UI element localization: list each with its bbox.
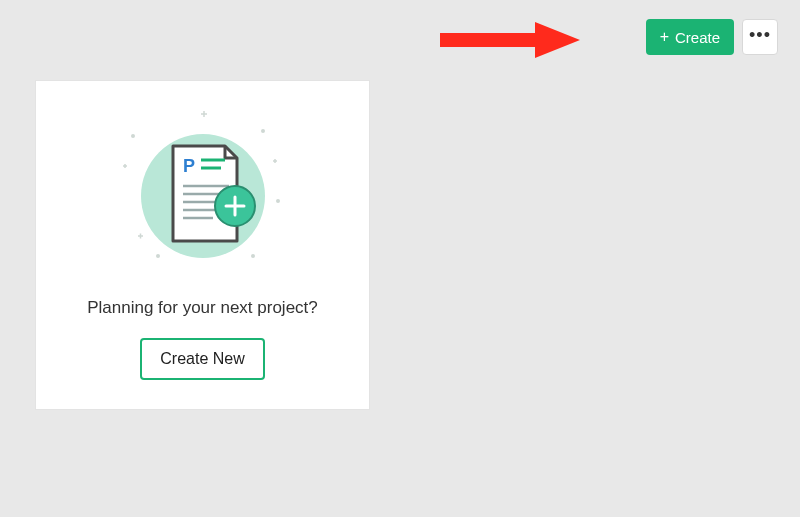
svg-point-7 xyxy=(251,254,255,258)
annotation-arrow-icon xyxy=(440,22,580,58)
svg-marker-1 xyxy=(535,22,580,58)
svg-rect-0 xyxy=(440,33,540,47)
empty-state-card: P Planning for your next project? Create… xyxy=(35,80,370,410)
plus-badge-icon xyxy=(215,186,255,226)
more-icon: ••• xyxy=(749,26,771,44)
create-button[interactable]: + Create xyxy=(646,19,734,55)
document-illustration: P xyxy=(113,106,293,276)
svg-point-2 xyxy=(131,134,135,138)
doc-letter: P xyxy=(183,156,195,176)
plus-icon: + xyxy=(660,29,669,45)
svg-point-6 xyxy=(156,254,160,258)
empty-state-prompt: Planning for your next project? xyxy=(87,298,318,318)
header-actions: + Create ••• xyxy=(646,19,778,55)
svg-point-5 xyxy=(276,199,280,203)
create-button-label: Create xyxy=(675,29,720,46)
more-menu-button[interactable]: ••• xyxy=(742,19,778,55)
svg-point-4 xyxy=(261,129,265,133)
create-new-button[interactable]: Create New xyxy=(140,338,264,380)
